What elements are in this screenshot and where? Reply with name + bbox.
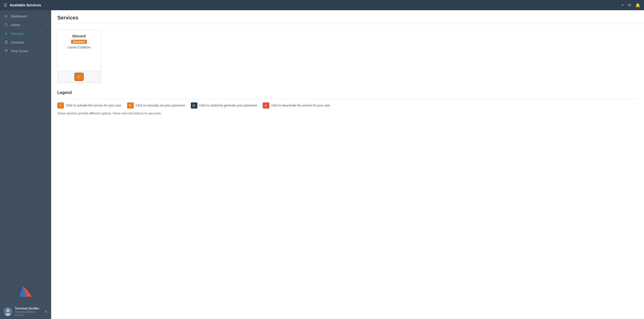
sidebar-item-timezones[interactable]: ⏱ Time Zones: [0, 47, 51, 55]
legend-btn-activate: ✓: [57, 102, 64, 109]
sidebar-item-label: Admin: [11, 23, 20, 27]
legend-btn-deactivate: ✕: [263, 102, 269, 109]
card-body-discord: Discord Disabled Loose Coalition: [58, 30, 101, 71]
sidebar-logo: [0, 276, 51, 304]
legend-section: Legend ✓ Click to activate the service f…: [57, 90, 638, 115]
status-badge-discord: Disabled: [71, 40, 87, 44]
legend-btn-random-pw: ⟳: [191, 102, 197, 109]
sidebar-item-admin[interactable]: ☐ Admin ›: [0, 20, 51, 29]
sidebar-item-label: Dashboard: [11, 14, 27, 18]
sidebar-item-services[interactable]: ≡ Services: [0, 29, 51, 38]
user-info: Terminal DevMin Republic Military School: [15, 307, 42, 316]
legend-text-random-pw: Click to randomly generate your password…: [199, 104, 258, 107]
menu-icon[interactable]: ☰: [4, 3, 7, 8]
sidebar: ⊙ Dashboard ☐ Admin › ≡ Services ☰ Conta…: [0, 10, 51, 319]
legend-title: Legend: [57, 90, 638, 95]
admin-icon: ☐: [4, 23, 8, 27]
plus-icon[interactable]: +: [621, 3, 624, 7]
svg-point-4: [6, 309, 9, 312]
activate-button-discord[interactable]: ✓: [75, 73, 83, 80]
legend-text-manual-pw: Click to manually set your password.: [136, 104, 186, 107]
legend-note: Some services provide different options.…: [57, 112, 638, 115]
clock-icon: ⏱: [4, 49, 8, 53]
topbar: ☰ Available Services + ⟳ 🔔: [0, 0, 644, 10]
legend-item-activate: ✓ Click to activate the service for your…: [57, 102, 122, 109]
sidebar-footer: Terminal DevMin Republic Military School…: [0, 304, 51, 319]
sidebar-item-label: Services: [11, 32, 24, 36]
legend-item-random-pw: ⟳ Click to randomly generate your passwo…: [191, 102, 258, 109]
card-org-discord: Loose Coalition: [68, 45, 91, 49]
legend-divider: [57, 99, 638, 99]
brand-logo: [18, 283, 33, 299]
sidebar-item-dashboard[interactable]: ⊙ Dashboard: [0, 12, 51, 20]
sidebar-nav: ⊙ Dashboard ☐ Admin › ≡ Services ☰ Conta…: [0, 10, 51, 276]
topbar-left: ☰ Available Services: [4, 3, 41, 8]
legend-text-activate: Click to activate the service for your u…: [66, 104, 122, 107]
legend-item-deactivate: ✕ Click to deactivate the service for yo…: [263, 102, 330, 109]
services-icon: ≡: [4, 31, 8, 36]
topbar-right: + ⟳ 🔔: [621, 3, 640, 8]
dashboard-icon: ⊙: [4, 14, 8, 18]
layout: ⊙ Dashboard ☐ Admin › ≡ Services ☰ Conta…: [0, 10, 644, 319]
legend-btn-manual-pw: ✎: [127, 102, 134, 109]
chevron-right-icon: ›: [46, 23, 47, 26]
legend-text-deactivate: Click to deactivate the service for your…: [271, 104, 330, 107]
contacts-icon: ☰: [4, 40, 8, 44]
settings-icon[interactable]: ⚙: [44, 310, 48, 314]
sidebar-item-contacts[interactable]: ☰ Contacts: [0, 38, 51, 47]
legend-item-manual-pw: ✎ Click to manually set your password.: [127, 102, 186, 109]
bell-icon[interactable]: 🔔: [635, 3, 640, 8]
main-content: Services Discord Disabled Loose Coalitio…: [51, 10, 644, 319]
content-area: Discord Disabled Loose Coalition ✓ Legen…: [51, 24, 644, 121]
service-cards-grid: Discord Disabled Loose Coalition ✓: [57, 30, 638, 83]
card-footer-discord: ✓: [58, 71, 101, 82]
user-org: Republic Military School: [15, 310, 42, 316]
legend-items: ✓ Click to activate the service for your…: [57, 102, 638, 109]
card-title-discord: Discord: [72, 34, 86, 38]
user-name: Terminal DevMin: [15, 307, 42, 310]
service-card-discord: Discord Disabled Loose Coalition ✓: [57, 30, 101, 83]
topbar-title: Available Services: [10, 3, 41, 7]
sidebar-item-label: Contacts: [11, 40, 24, 44]
avatar: [4, 307, 12, 316]
refresh-icon[interactable]: ⟳: [628, 3, 631, 8]
sidebar-item-label: Time Zones: [11, 49, 28, 53]
page-title: Services: [51, 10, 644, 24]
